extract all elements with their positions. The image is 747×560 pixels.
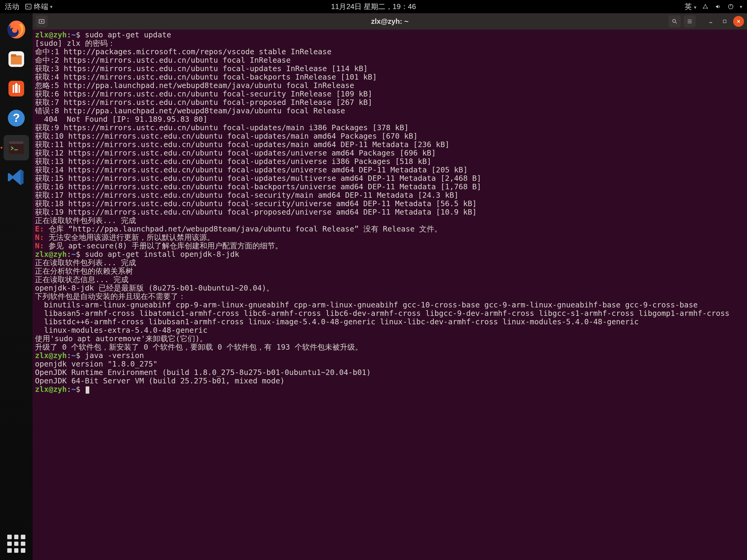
prompt-user: zlx@zyh bbox=[35, 30, 67, 39]
terminal-line: 获取:14 https://mirrors.ustc.edu.cn/ubuntu… bbox=[35, 165, 468, 174]
notice-prefix: N: bbox=[35, 233, 49, 242]
chevron-down-icon: ▾ bbox=[694, 5, 696, 10]
show-applications-button[interactable] bbox=[7, 535, 25, 553]
terminal-line: 获取:18 https://mirrors.ustc.edu.cn/ubuntu… bbox=[35, 199, 477, 208]
terminal-line: 正在分析软件包的依赖关系树 bbox=[35, 267, 165, 275]
window-titlebar: zlx@zyh: ~ bbox=[32, 13, 747, 30]
dock-firefox[interactable] bbox=[4, 17, 29, 42]
terminal-icon bbox=[25, 3, 32, 10]
svg-rect-17 bbox=[723, 20, 726, 23]
network-icon[interactable] bbox=[702, 3, 709, 10]
power-icon[interactable] bbox=[727, 3, 734, 10]
terminal-line: 下列软件包是自动安装的并且现在不需要了： bbox=[35, 292, 186, 301]
command-line: sudo apt-get update bbox=[80, 30, 171, 39]
top-panel: 活动 终端 ▾ 11月24日 星期二，19：46 英 ▾ ▾ bbox=[0, 0, 747, 13]
dock-vscode[interactable] bbox=[4, 165, 29, 190]
terminal-line: 获取:3 https://mirrors.ustc.edu.cn/ubuntu … bbox=[35, 64, 368, 73]
terminal-line: 获取:11 https://mirrors.ustc.edu.cn/ubuntu… bbox=[35, 140, 449, 149]
terminal-line: 命中:1 http://packages.microsoft.com/repos… bbox=[35, 47, 331, 56]
terminal-line: 获取:15 https://mirrors.ustc.edu.cn/ubuntu… bbox=[35, 174, 481, 183]
terminal-line: 获取:12 https://mirrors.ustc.edu.cn/ubuntu… bbox=[35, 149, 436, 157]
prompt-path: ~ bbox=[71, 30, 76, 39]
terminal-line: libasan5-armhf-cross libatomic1-armhf-cr… bbox=[35, 309, 729, 318]
terminal-line: 参见 apt-secure(8) 手册以了解仓库创建和用户配置方面的细节。 bbox=[49, 241, 283, 250]
terminal-line: 404 Not Found [IP: 91.189.95.83 80] bbox=[35, 115, 207, 124]
terminal-window: zlx@zyh: ~ zlx@zyh:~$ sudo apt-get updat… bbox=[32, 13, 747, 560]
terminal-line: 获取:7 https://mirrors.ustc.edu.cn/ubuntu … bbox=[35, 98, 372, 107]
prompt-path: ~ bbox=[71, 351, 76, 360]
terminal-line: 获取:19 https://mirrors.ustc.edu.cn/ubuntu… bbox=[35, 208, 477, 216]
prompt-user: zlx@zyh bbox=[35, 385, 67, 394]
search-button[interactable] bbox=[669, 16, 681, 27]
dock-help[interactable]: ? bbox=[4, 106, 29, 131]
command-line: java -version bbox=[80, 351, 144, 360]
svg-rect-9 bbox=[11, 57, 22, 64]
app-menu-label: 终端 bbox=[34, 2, 48, 11]
terminal-line: 错误:8 http://ppa.launchpad.net/webupd8tea… bbox=[35, 106, 345, 115]
terminal-line: 正在读取软件包列表... 完成 bbox=[35, 258, 136, 267]
prompt-user: zlx@zyh bbox=[35, 351, 67, 360]
activities-button[interactable]: 活动 bbox=[5, 2, 19, 11]
terminal-line: 获取:16 https://mirrors.ustc.edu.cn/ubuntu… bbox=[35, 182, 481, 191]
menu-button[interactable] bbox=[684, 16, 696, 27]
terminal-line: openjdk version "1.8.0_275" bbox=[35, 359, 157, 368]
terminal-line: [sudo] zlx 的密码： bbox=[35, 39, 115, 48]
volume-icon[interactable] bbox=[715, 3, 722, 10]
error-prefix: E: bbox=[35, 224, 49, 233]
clock[interactable]: 11月24日 星期二，19：46 bbox=[331, 2, 416, 11]
terminal-line: binutils-arm-linux-gnueabihf cpp-9-arm-l… bbox=[35, 300, 698, 309]
dock-files[interactable] bbox=[4, 47, 29, 72]
terminal-line: OpenJDK 64-Bit Server VM (build 25.275-b… bbox=[35, 376, 285, 385]
terminal-line: 正在读取软件包列表... 完成 bbox=[35, 216, 136, 225]
dock-terminal[interactable] bbox=[4, 135, 29, 160]
terminal-line: 正在读取状态信息... 完成 bbox=[35, 275, 160, 284]
dock-software[interactable] bbox=[4, 76, 29, 101]
window-title: zlx@zyh: ~ bbox=[371, 17, 408, 26]
prompt-path: ~ bbox=[71, 250, 76, 259]
terminal-line: 获取:17 https://mirrors.ustc.edu.cn/ubuntu… bbox=[35, 191, 459, 199]
app-menu[interactable]: 终端 ▾ bbox=[25, 2, 52, 11]
notice-prefix: N: bbox=[35, 241, 49, 250]
terminal-line: linux-modules-extra-5.4.0-48-generic bbox=[35, 326, 207, 335]
prompt-path: ~ bbox=[71, 385, 76, 394]
svg-text:?: ? bbox=[13, 111, 20, 124]
minimize-button[interactable] bbox=[705, 16, 716, 27]
terminal-line: libstdc++6-armhf-cross libubsan1-armhf-c… bbox=[35, 317, 639, 326]
terminal-line: 忽略:5 http://ppa.launchpad.net/webupd8tea… bbox=[35, 81, 354, 90]
terminal-line: 获取:13 https://mirrors.ustc.edu.cn/ubuntu… bbox=[35, 157, 431, 166]
terminal-line: 获取:4 https://mirrors.ustc.edu.cn/ubuntu … bbox=[35, 73, 377, 81]
close-button[interactable] bbox=[733, 16, 744, 27]
input-method-indicator[interactable]: 英 ▾ bbox=[685, 2, 696, 11]
terminal-line: 获取:6 https://mirrors.ustc.edu.cn/ubuntu … bbox=[35, 89, 372, 98]
terminal-line: openjdk-8-jdk 已经是最新版 (8u275-b01-0ubuntu1… bbox=[35, 284, 274, 292]
terminal-line: 获取:9 https://mirrors.ustc.edu.cn/ubuntu … bbox=[35, 123, 409, 132]
terminal-line: 使用'sudo apt autoremove'来卸载它(它们)。 bbox=[35, 334, 207, 343]
terminal-line: 仓库 “http://ppa.launchpad.net/webupd8team… bbox=[49, 224, 442, 233]
chevron-down-icon: ▾ bbox=[50, 4, 52, 10]
chevron-down-icon: ▾ bbox=[740, 4, 742, 10]
svg-rect-14 bbox=[9, 141, 24, 144]
cursor bbox=[86, 386, 89, 394]
terminal-line: 升级了 0 个软件包，新安装了 0 个软件包，要卸载 0 个软件包，有 193 … bbox=[35, 343, 362, 351]
svg-rect-0 bbox=[26, 4, 31, 9]
maximize-button[interactable] bbox=[719, 16, 730, 27]
terminal-line: 无法安全地用该源进行更新，所以默认禁用该源。 bbox=[49, 233, 214, 242]
terminal-line: 命中:2 https://mirrors.ustc.edu.cn/ubuntu … bbox=[35, 56, 291, 64]
svg-point-16 bbox=[672, 19, 675, 22]
terminal-line: OpenJDK Runtime Environment (build 1.8.0… bbox=[35, 368, 371, 377]
prompt-user: zlx@zyh bbox=[35, 250, 67, 259]
terminal-content[interactable]: zlx@zyh:~$ sudo apt-get update [sudo] zl… bbox=[32, 30, 747, 560]
terminal-line: 获取:10 https://mirrors.ustc.edu.cn/ubuntu… bbox=[35, 132, 418, 140]
dock: ? bbox=[0, 13, 32, 560]
command-line: sudo apt-get install openjdk-8-jdk bbox=[80, 250, 239, 259]
new-tab-button[interactable] bbox=[35, 16, 48, 27]
